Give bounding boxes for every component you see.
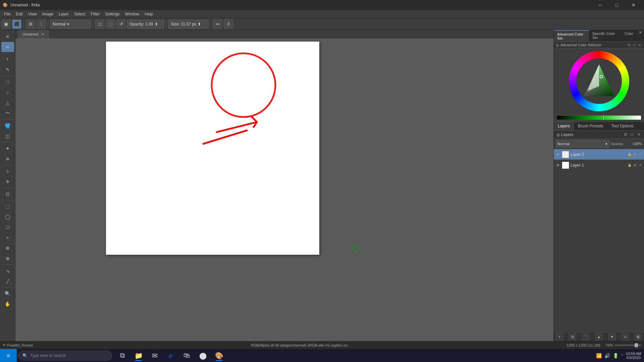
tool-line[interactable]: ╱ <box>1 276 14 286</box>
tool-crop[interactable]: ⊡ <box>1 189 14 199</box>
layers-group-btn[interactable]: ⊞ <box>569 333 576 341</box>
layer2-visibility-icon[interactable]: 👁 <box>555 152 560 157</box>
mirror-h-btn[interactable]: ⇔ <box>213 19 222 29</box>
tool-select-freehand[interactable]: ≈ <box>1 233 14 243</box>
layers-add-btn[interactable]: + <box>556 333 563 341</box>
color-wheel-area[interactable] <box>554 48 644 114</box>
tool-freehand[interactable]: ✕ <box>1 32 14 42</box>
zoom-slider[interactable] <box>614 345 641 346</box>
menu-filter[interactable]: Filter <box>88 11 103 17</box>
color-value-slider[interactable] <box>556 115 641 120</box>
tool-transform[interactable]: ⊹ <box>1 166 14 176</box>
tray-network-icon[interactable]: 📶 <box>596 353 602 358</box>
layer-item-2[interactable]: 👁 Layer 2 🔒 ⊞ ✕ <box>554 149 644 160</box>
opacity-field[interactable]: Opacity: 1.00 ⬆ <box>127 20 164 28</box>
layer1-visibility-icon[interactable]: 👁 <box>555 163 560 168</box>
tray-volume-icon[interactable]: 🔊 <box>604 353 610 358</box>
layers-settings-icon[interactable]: ⚙ <box>623 132 628 137</box>
layer2-lock-icon[interactable]: 🔒 <box>627 152 632 157</box>
tool-zoom[interactable]: 🔍 <box>1 289 14 299</box>
tool-pan[interactable]: ✋ <box>1 299 14 309</box>
reload-btn[interactable]: ↺ <box>116 19 126 29</box>
tool-gradient[interactable]: ◫ <box>1 131 14 141</box>
color-tab-advanced[interactable]: Advanced Color Sel. <box>554 30 589 42</box>
minimize-button[interactable]: ─ <box>592 0 608 10</box>
color-selector-float-icon[interactable]: ⬡ <box>632 43 637 47</box>
menu-window[interactable]: Window <box>122 11 142 17</box>
menu-select[interactable]: Select <box>71 11 88 17</box>
eraser-btn[interactable]: ◻ <box>95 19 104 29</box>
tool-arrow[interactable]: ↘ <box>1 266 14 276</box>
tab-tool-options[interactable]: Tool Options <box>607 122 638 130</box>
canvas-tab-close[interactable]: ✕ <box>41 32 44 37</box>
tool-freehand2[interactable]: ✎ <box>1 65 14 75</box>
layers-move-down-btn[interactable]: ▼ <box>608 333 616 341</box>
color-wheel[interactable] <box>569 51 629 111</box>
canvas-container[interactable] <box>15 38 553 341</box>
grid-btn[interactable]: ⊞ <box>26 19 35 29</box>
tray-battery-icon[interactable]: 🔋 <box>613 353 619 358</box>
menu-view[interactable]: View <box>25 11 40 17</box>
canvas-tab-unnamed[interactable]: Unnamed ✕ <box>18 30 49 38</box>
menu-settings[interactable]: Settings <box>102 11 122 17</box>
titlebar-controls[interactable]: ─ □ ✕ <box>592 0 641 10</box>
tool-select-poly[interactable]: ⬡ <box>1 222 14 232</box>
menu-file[interactable]: File <box>1 11 13 17</box>
menu-layer[interactable]: Layer <box>56 11 71 17</box>
color-triangle-svg[interactable] <box>581 63 618 100</box>
layer2-alpha-icon[interactable]: ⊞ <box>633 152 637 157</box>
tool-select-color[interactable]: ⊗ <box>1 253 14 263</box>
layers-menu-btn[interactable]: ≡ <box>622 333 629 341</box>
size-stepper[interactable]: ⬆ <box>198 22 201 26</box>
color-selector-settings-icon[interactable]: ⚙ <box>627 43 631 47</box>
taskbar-app-task-view[interactable]: ⧉ <box>115 349 130 362</box>
tool-select-contiguous[interactable]: ⊕ <box>1 243 14 253</box>
taskbar-search-box[interactable]: 🔍 Type here to search <box>18 351 112 361</box>
color-tab-specific[interactable]: Specific Color Sel. <box>589 30 621 42</box>
opacity-stepper[interactable]: ⬆ <box>155 22 158 26</box>
tool-polygon[interactable]: △ <box>1 98 14 108</box>
menu-edit[interactable]: Edit <box>13 11 25 17</box>
size-field[interactable]: Size: 31.07 px ⬆ <box>168 20 209 28</box>
close-button[interactable]: ✕ <box>626 0 641 10</box>
brush-presets-btn[interactable]: ⬛ <box>12 19 21 29</box>
maximize-button[interactable]: □ <box>609 0 625 10</box>
taskbar-app-krita[interactable]: 🎨 <box>211 349 227 362</box>
color-panel-close[interactable]: ✕ <box>637 30 644 42</box>
color-selector-close-icon[interactable]: ✕ <box>637 43 642 47</box>
layers-close-icon[interactable]: ✕ <box>636 132 641 137</box>
layers-delete-btn[interactable]: 🗑 <box>635 333 642 341</box>
color-tab-color[interactable]: Color <box>621 30 637 42</box>
taskbar-app-mail[interactable]: ✉ <box>147 349 162 362</box>
tool-select-rect[interactable]: ⬚ <box>1 201 14 212</box>
tab-layers[interactable]: Layers <box>554 122 574 130</box>
tool-move[interactable]: ✛ <box>1 177 14 187</box>
layers-blend-dropdown[interactable]: Normal ▾ <box>556 140 609 147</box>
tool-select-ellipse[interactable]: ◯ <box>1 212 14 222</box>
layer1-alpha-icon[interactable]: ⊞ <box>633 163 637 168</box>
mirror-v-btn[interactable]: ⇕ <box>224 19 233 29</box>
layer1-delete-icon[interactable]: ✕ <box>638 163 643 168</box>
tool-smudge[interactable]: ≋ <box>1 154 14 164</box>
taskbar-app-chrome[interactable]: ⬤ <box>195 349 211 362</box>
menu-help[interactable]: Help <box>142 11 156 17</box>
taskbar-app-explorer[interactable]: 📁 <box>131 349 146 362</box>
layers-copy-btn[interactable]: ⌃ <box>582 333 589 341</box>
tool-freehand3[interactable]: 〜 <box>1 108 14 118</box>
tool-select-btn[interactable]: ▣ <box>1 19 11 29</box>
layer1-lock-icon[interactable]: 🔒 <box>627 163 632 168</box>
color-wheel-ring[interactable] <box>569 51 629 111</box>
menu-image[interactable]: Image <box>40 11 56 17</box>
layer2-delete-icon[interactable]: ✕ <box>638 152 643 157</box>
layers-move-up-btn[interactable]: ▲ <box>595 333 602 341</box>
tool-fill[interactable]: 🪣 <box>1 121 14 131</box>
tool-eyedropper[interactable]: ✦ <box>1 143 14 154</box>
tool-brush[interactable]: ✏ <box>1 42 14 52</box>
taskbar-clock[interactable]: 10:59 AM 4/3/2020 <box>626 352 641 360</box>
tool-text[interactable]: T <box>1 54 14 64</box>
tab-brush-presets[interactable]: Brush Presets <box>574 122 607 130</box>
taskbar-app-edge[interactable]: ℯ <box>163 349 178 362</box>
tray-arrow-icon[interactable]: ^ <box>621 353 623 358</box>
alpha-lock-btn[interactable]: ⬚ <box>106 19 115 29</box>
taskbar-app-store[interactable]: 🛍 <box>179 349 195 362</box>
